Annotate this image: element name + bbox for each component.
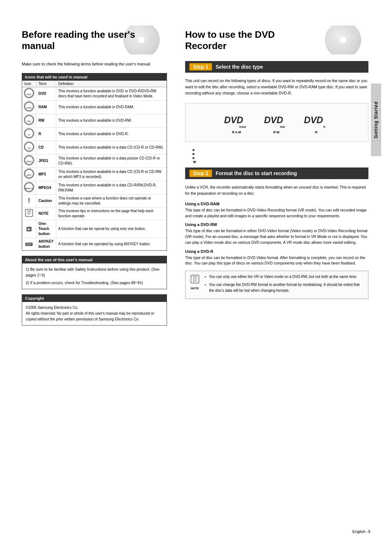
dots-separator bbox=[185, 149, 368, 164]
icon-cell-11: ANY bbox=[22, 238, 36, 250]
svg-text:DVD: DVD bbox=[224, 115, 243, 125]
about-item-2: 2) If a problem occurs, check for Troubl… bbox=[26, 280, 163, 286]
term-cell-9: NOTE bbox=[36, 207, 56, 220]
icon-cell-6: MP3 bbox=[22, 167, 36, 181]
disc-icon: MP3 bbox=[24, 169, 34, 178]
svg-text:RW: RW bbox=[280, 125, 285, 129]
col-header-term: Term bbox=[36, 81, 56, 87]
icons-table-header: Icons that will be used in manual bbox=[22, 73, 167, 81]
table-row: RW RWThis involves a function available … bbox=[22, 114, 167, 127]
copyright-box: Copyright ©2005 Samsung Electronics Co. … bbox=[22, 294, 167, 326]
table-row: ▶One-Touch buttonA function that can be … bbox=[22, 220, 167, 238]
left-section-title-block: Before reading the user's manual bbox=[22, 25, 167, 54]
disc-icon: R bbox=[24, 129, 34, 138]
icon-cell-3: R bbox=[22, 127, 36, 141]
using-dvdram-heading: Using a DVD-RAM bbox=[185, 202, 368, 206]
table-row: MPEG4 MPEG4This involves a function avai… bbox=[22, 181, 167, 194]
term-cell-8: Caution bbox=[36, 194, 56, 207]
disc-icon: DVD bbox=[24, 88, 34, 98]
def-cell-11: A function that can be operated by using… bbox=[56, 238, 167, 250]
step1-header: Step 1 Select the disc type bbox=[185, 61, 368, 73]
dot-1 bbox=[192, 149, 195, 151]
step1-desc: This unit can record on the following ty… bbox=[185, 78, 368, 96]
right-column: Getting Started How to use the DVD Recor… bbox=[178, 15, 392, 526]
icon-cell-7: MPEG4 bbox=[22, 181, 36, 194]
step1-title: Select the disc type bbox=[216, 64, 263, 70]
dvd-label-rw: RW bbox=[273, 130, 280, 134]
col-header-icon: Icon bbox=[22, 81, 36, 87]
note-icon-svg bbox=[190, 274, 200, 284]
page-footer: English -9 bbox=[352, 529, 370, 534]
right-col-inner: Getting Started How to use the DVD Recor… bbox=[185, 25, 381, 299]
dvd-logo-rw: DVD RW RW bbox=[262, 111, 291, 134]
dvd-logos-row: DVD RAM RAM DVD RW RW DVD bbox=[185, 103, 368, 142]
using-dvdrw-heading: Using a DVD-RW bbox=[185, 222, 368, 227]
step2-number: Step 2 bbox=[189, 170, 212, 177]
table-row: R RThis involves a function available in… bbox=[22, 127, 167, 141]
term-cell-7: MPEG4 bbox=[36, 181, 56, 194]
svg-text:RAM: RAM bbox=[239, 125, 246, 129]
def-cell-0: This involves a function available in DV… bbox=[56, 87, 167, 100]
svg-rect-0 bbox=[25, 209, 33, 217]
svg-rect-10 bbox=[191, 275, 199, 283]
left-section-title: Before reading the user's manual bbox=[22, 29, 135, 52]
dvd-logo-ram-svg: DVD RAM bbox=[222, 111, 252, 129]
def-cell-7: This involves a function available in a … bbox=[56, 181, 167, 194]
copyright-header: Copyright bbox=[22, 295, 167, 302]
term-cell-4: CD bbox=[36, 141, 56, 154]
caution-icon: ! bbox=[28, 197, 30, 204]
term-cell-11: ANYKEY button bbox=[36, 238, 56, 250]
disc-icon: JPEG bbox=[24, 156, 34, 165]
term-cell-6: MP3 bbox=[36, 167, 56, 181]
icon-cell-4: CD bbox=[22, 141, 36, 154]
def-cell-2: This involves a function available in DV… bbox=[56, 114, 167, 127]
note-table-icon bbox=[25, 209, 33, 217]
table-row: !CautionThis involves a case where a fun… bbox=[22, 194, 167, 207]
term-cell-1: RAM bbox=[36, 100, 56, 114]
def-cell-4: This involves a function available in a … bbox=[56, 141, 167, 154]
svg-text:DVD: DVD bbox=[304, 115, 323, 125]
def-cell-6: This involves a function available in a … bbox=[56, 167, 167, 181]
icon-cell-10: ▶ bbox=[22, 220, 36, 238]
left-column: Before reading the user's manual Make su… bbox=[0, 15, 178, 526]
def-cell-10: A function that can be operat by using o… bbox=[56, 220, 167, 238]
arrow-down bbox=[193, 161, 196, 164]
right-section-title-block: How to use the DVD Recorder bbox=[185, 25, 368, 54]
term-cell-5: JPEG bbox=[36, 154, 56, 167]
note-label: NOTE bbox=[191, 287, 199, 290]
term-cell-2: RW bbox=[36, 114, 56, 127]
disc-icon: MPEG4 bbox=[24, 182, 34, 192]
disc-icon: RW bbox=[24, 115, 34, 125]
using-dvdram-text: This type of disc can be formatted in DV… bbox=[185, 207, 368, 219]
def-cell-1: This involves a function available in DV… bbox=[56, 100, 167, 114]
svg-text:DVD: DVD bbox=[264, 115, 283, 125]
note-icon-area: NOTE bbox=[188, 274, 201, 296]
anykey-icon: ANY bbox=[25, 243, 33, 246]
dot-2 bbox=[192, 153, 195, 155]
step2-title: Format the disc to start recording bbox=[216, 170, 297, 176]
table-row: JPEG JPEGThis involves a function availa… bbox=[22, 154, 167, 167]
right-disc-decoration bbox=[325, 25, 361, 54]
note-content: You can only use either the VR or Video … bbox=[205, 274, 365, 296]
using-dvdr-heading: Using a DVD-R bbox=[185, 249, 368, 254]
term-cell-3: R bbox=[36, 127, 56, 141]
note-item-1: You can only use either the VR or Video … bbox=[205, 274, 365, 280]
icons-table-wrapper: Icons that will be used in manual Icon T… bbox=[22, 73, 167, 251]
icon-cell-0: DVD bbox=[22, 87, 36, 100]
term-cell-0: DVD bbox=[36, 87, 56, 100]
icons-table: Icon Term Definition DVD DVDThis involve… bbox=[22, 81, 167, 250]
term-cell-10: One-Touch button bbox=[36, 220, 56, 238]
def-cell-8: This involves a case where a function do… bbox=[56, 194, 167, 207]
icon-cell-9 bbox=[22, 207, 36, 220]
using-dvdr-text: This type of disc can be formatted in DV… bbox=[185, 255, 368, 267]
dot-3 bbox=[192, 157, 195, 159]
disc-icon: CD bbox=[24, 142, 34, 152]
icon-cell-5: JPEG bbox=[22, 154, 36, 167]
about-item-1: 1) Be sure to be familiar with Safety In… bbox=[26, 266, 163, 279]
icon-cell-8: ! bbox=[22, 194, 36, 207]
step1-number: Step 1 bbox=[189, 63, 212, 70]
dvd-label-ram: RAM bbox=[232, 130, 242, 134]
step2-desc: Unlike a VCR, the recorder automatically… bbox=[185, 184, 368, 197]
icon-cell-2: RW bbox=[22, 114, 36, 127]
right-section-title: How to use the DVD Recorder bbox=[185, 29, 275, 52]
